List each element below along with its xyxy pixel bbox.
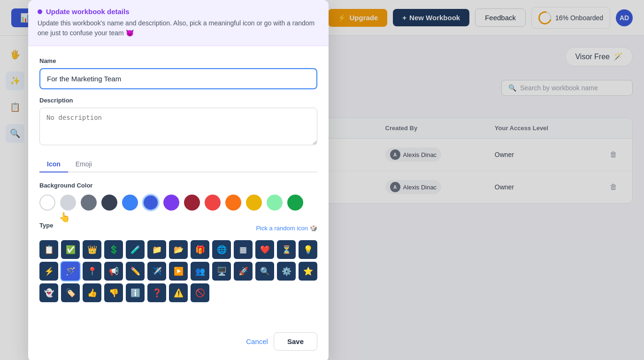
icon-cell-team[interactable]: 👥 (191, 262, 209, 281)
icon-cell-ghost[interactable]: 👻 (39, 283, 58, 302)
modal-body: Name Description Icon Emoji Background C… (28, 46, 329, 325)
icon-cell-pin[interactable]: 📍 (83, 262, 101, 281)
tab-icon[interactable]: Icon (39, 157, 68, 172)
random-icon: 🎲 (310, 225, 317, 232)
icon-cell-rocket[interactable]: 🚀 (234, 262, 253, 281)
icon-cell-alert[interactable]: 🚫 (191, 283, 209, 302)
icon-cell-info[interactable]: ℹ️ (126, 283, 145, 302)
swatch-dark[interactable] (101, 195, 117, 211)
swatch-white[interactable] (39, 195, 55, 211)
icon-cell-flask[interactable]: 🧪 (126, 240, 145, 259)
name-label: Name (39, 57, 317, 64)
swatch-purple[interactable] (163, 195, 179, 211)
edit-workbook-modal: Update workbook details Update this work… (28, 0, 329, 360)
icon-cell-warning[interactable]: ⚠️ (169, 283, 188, 302)
icon-cell-pencil[interactable]: ✏️ (126, 262, 145, 281)
icon-cell-gift[interactable]: 🎁 (191, 240, 209, 259)
cancel-button[interactable]: Cancel (246, 337, 268, 345)
save-button[interactable]: Save (274, 332, 317, 351)
icon-cell-clipboard[interactable]: 📋 (39, 240, 58, 259)
icon-grid: 📋 ✅ 👑 💲 🧪 📁 📂 🎁 🌐 ▦ ❤️ ⏳ 💡 ⚡ 🪄 📍 📢 ✏️ ✈️ (39, 240, 317, 302)
swatch-green-light[interactable] (267, 195, 283, 211)
icon-cell-send[interactable]: ✈️ (147, 262, 166, 281)
banner-dot (38, 9, 42, 14)
icon-cell-folder[interactable]: 📁 (147, 240, 166, 259)
type-label: Type (39, 222, 53, 229)
type-section: Type Pick a random icon 🎲 📋 ✅ 👑 💲 🧪 📁 📂 … (39, 222, 317, 302)
icon-cell-thumbsdown[interactable]: 👎 (104, 283, 123, 302)
modal-banner-text: Update this workbook's name and descript… (38, 18, 319, 38)
name-input[interactable] (39, 68, 317, 89)
icon-cell-heart[interactable]: ❤️ (255, 240, 274, 259)
modal-banner-title: Update workbook details (38, 8, 319, 16)
icon-cell-search[interactable]: 🔍 (255, 262, 274, 281)
tab-emoji[interactable]: Emoji (68, 157, 100, 172)
icon-cell-monitor[interactable]: 🖥️ (212, 262, 231, 281)
icon-cell-gear[interactable]: ⚙️ (277, 262, 296, 281)
type-header: Type Pick a random icon 🎲 (39, 222, 317, 235)
color-swatches (39, 195, 317, 211)
swatch-yellow[interactable] (246, 195, 262, 211)
icon-cell-grid[interactable]: ▦ (234, 240, 253, 259)
icon-cell-check[interactable]: ✅ (61, 240, 80, 259)
icon-cell-globe[interactable]: 🌐 (212, 240, 231, 259)
icon-cell-megaphone[interactable]: 📢 (104, 262, 123, 281)
swatch-green[interactable] (287, 195, 303, 211)
description-textarea[interactable] (39, 108, 317, 145)
icon-cell-thumbsup[interactable]: 👍 (83, 283, 101, 302)
icon-cell-tag[interactable]: 🏷️ (61, 283, 80, 302)
modal-banner: Update workbook details Update this work… (28, 0, 329, 46)
icon-cell-bulb[interactable]: 💡 (299, 240, 317, 259)
icon-cell-wand[interactable]: 🪄 (61, 262, 80, 281)
description-label: Description (39, 97, 317, 104)
icon-cell-lightning[interactable]: ⚡ (39, 262, 58, 281)
icon-cell-play[interactable]: ▶️ (169, 262, 188, 281)
icon-cell-dollar[interactable]: 💲 (104, 240, 123, 259)
icon-cell-folder-open[interactable]: 📂 (169, 240, 188, 259)
swatch-red[interactable] (205, 195, 221, 211)
pick-random-icon-button[interactable]: Pick a random icon 🎲 (256, 225, 317, 232)
swatch-gray[interactable] (81, 195, 97, 211)
swatch-maroon[interactable] (184, 195, 200, 211)
icon-cell-crown[interactable]: 👑 (83, 240, 101, 259)
swatch-blue[interactable] (122, 195, 138, 211)
icon-cell-question[interactable]: ❓ (147, 283, 166, 302)
bg-color-label: Background Color (39, 182, 317, 189)
icon-emoji-tabs: Icon Emoji (39, 157, 317, 172)
icon-cell-star[interactable]: ⭐ (299, 262, 317, 281)
modal-footer: Cancel Save (28, 325, 329, 360)
swatch-light-gray[interactable] (60, 195, 76, 211)
swatch-orange[interactable] (225, 195, 241, 211)
swatch-navy[interactable] (143, 195, 159, 211)
icon-cell-timer[interactable]: ⏳ (277, 240, 296, 259)
